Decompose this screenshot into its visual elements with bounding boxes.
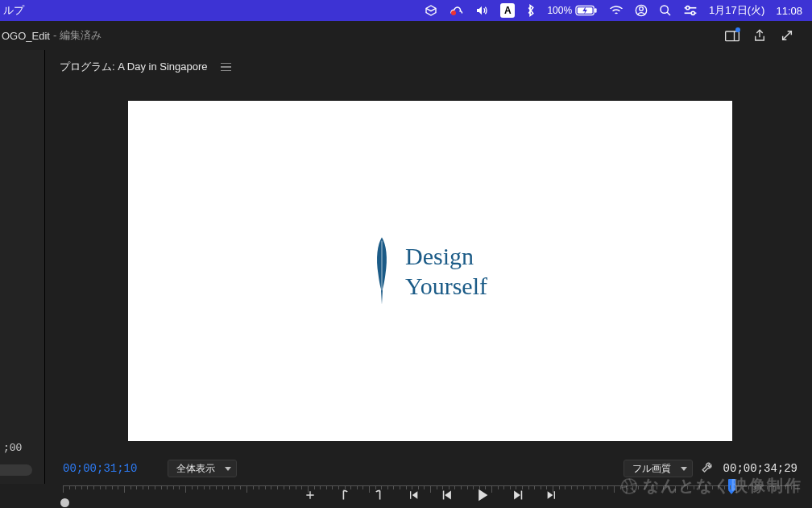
zoom-dropdown[interactable]: 全体表示 xyxy=(168,460,237,477)
control-center-icon[interactable] xyxy=(683,5,698,16)
fullscreen-button[interactable] xyxy=(773,21,801,50)
zoom-value: 全体表示 xyxy=(176,462,215,476)
battery-indicator[interactable]: 100% xyxy=(547,5,598,16)
workspace-button[interactable] xyxy=(719,21,746,50)
svg-rect-3 xyxy=(594,8,596,13)
svg-point-6 xyxy=(661,6,668,13)
preview-viewport[interactable]: Design Yourself xyxy=(48,79,812,456)
menu-item-help[interactable]: ルプ xyxy=(3,3,24,18)
mark-in-button[interactable] xyxy=(339,489,350,502)
app-titlebar: OGO_Edit - 編集済み xyxy=(0,21,812,50)
watermark-text: なんとなく映像制作 xyxy=(643,475,802,497)
app-tray-icon[interactable] xyxy=(425,4,437,17)
go-to-out-button[interactable] xyxy=(545,489,558,502)
system-menubar: ルプ A 100% 1月17日(火) 11:0 xyxy=(0,0,812,21)
chevron-down-icon xyxy=(225,467,231,471)
share-button[interactable] xyxy=(746,21,773,50)
input-source-indicator[interactable]: A xyxy=(500,3,515,18)
watermark-aperture-icon xyxy=(620,477,638,495)
step-forward-button[interactable] xyxy=(512,489,523,502)
svg-point-5 xyxy=(640,7,644,11)
panel-tab-row: プログラム: A Day in Singapore xyxy=(48,55,812,79)
mark-out-button[interactable] xyxy=(373,489,384,502)
timecode-current[interactable]: 00;00;31;10 xyxy=(63,462,137,475)
svg-point-8 xyxy=(691,11,694,15)
battery-percent-text: 100% xyxy=(547,5,572,16)
svg-point-7 xyxy=(686,6,690,10)
user-icon[interactable] xyxy=(635,4,648,17)
preview-logo: Design Yourself xyxy=(373,235,487,306)
left-scrollbar-thumb[interactable] xyxy=(0,464,32,476)
logo-line1: Design xyxy=(405,241,487,272)
wifi-icon[interactable] xyxy=(609,5,624,16)
step-back-button[interactable] xyxy=(442,489,454,502)
svg-rect-9 xyxy=(726,31,740,41)
panel-menu-icon[interactable] xyxy=(221,63,231,72)
go-to-in-button[interactable] xyxy=(407,489,420,502)
svg-point-0 xyxy=(451,10,456,15)
bluetooth-icon[interactable] xyxy=(526,3,536,18)
workspace-notification-dot xyxy=(735,27,740,32)
document-status: - 編集済み xyxy=(53,28,102,43)
record-status-icon[interactable] xyxy=(449,4,463,17)
program-tab[interactable]: プログラム: A Day in Singapore xyxy=(60,60,208,74)
chevron-down-icon xyxy=(681,467,687,471)
preview-frame: Design Yourself xyxy=(128,101,732,441)
menubar-date[interactable]: 1月17日(火) xyxy=(709,3,764,18)
program-monitor-panel: プログラム: A Day in Singapore Design Yoursel… xyxy=(48,55,812,508)
document-title: OGO_Edit xyxy=(0,30,50,42)
menubar-time[interactable]: 11:08 xyxy=(776,5,802,17)
quality-value: フル画質 xyxy=(632,462,671,476)
spotlight-icon[interactable] xyxy=(659,4,672,17)
play-button[interactable] xyxy=(476,488,489,502)
left-panel-timecode: ;00 xyxy=(3,442,22,454)
logo-line2: Yourself xyxy=(405,271,487,302)
svg-rect-10 xyxy=(443,491,445,500)
left-panel-sliver xyxy=(0,50,45,484)
watermark: なんとなく映像制作 xyxy=(620,475,802,497)
svg-rect-11 xyxy=(521,491,523,500)
add-marker-button[interactable] xyxy=(304,489,317,502)
volume-icon[interactable] xyxy=(474,4,489,17)
feather-icon xyxy=(373,235,391,306)
timecode-total[interactable]: 00;00;34;29 xyxy=(723,462,798,475)
